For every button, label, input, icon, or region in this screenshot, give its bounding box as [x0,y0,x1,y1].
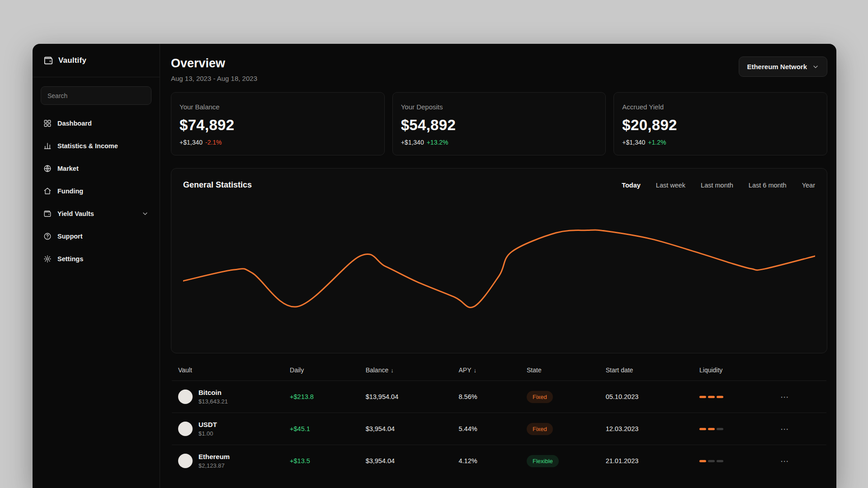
stat-change-abs: +$1,340 [401,139,424,146]
chart-tab-last-month[interactable]: Last month [701,182,733,189]
row-menu-icon[interactable]: ⋯ [780,392,820,402]
chart-tab-today[interactable]: Today [622,182,641,189]
globe-icon [43,164,52,173]
coin-avatar [178,454,193,468]
chart-line [183,230,815,307]
balance-value: $3,954.04 [366,457,459,465]
network-selector-label: Ethereum Network [747,63,807,70]
general-statistics-card: General Statistics Today Last week Last … [171,168,827,353]
chart-tab-last-week[interactable]: Last week [656,182,685,189]
chart-title: General Statistics [183,180,252,190]
status-badge: Fixed [527,423,553,435]
sidebar-item-label: Funding [57,188,83,195]
column-header-balance[interactable]: Balance↓ [366,366,459,374]
stat-card-balance: Your Balance $74,892 +$1,340 -2.1% [171,92,385,155]
stat-label: Accrued Yield [622,103,819,111]
table-row[interactable]: Ethereum $2,123.87 +$13.5 $3,954.04 4.12… [172,445,826,477]
wallet-logo-icon [43,56,53,66]
vault-name: Ethereum [198,453,230,460]
table-row[interactable]: USDT $1.00 +$45.1 $3,954.04 5.44% Fixed … [172,413,826,445]
vault-price: $2,123.87 [198,462,230,469]
app-title: Vaultify [58,56,86,65]
stat-cards: Your Balance $74,892 +$1,340 -2.1% Your … [171,92,827,155]
sidebar-item-label: Settings [57,255,83,263]
stat-label: Your Deposits [401,103,598,111]
column-header-apy[interactable]: APY↓ [459,366,527,374]
stat-value: $74,892 [179,117,376,134]
sidebar-item-support[interactable]: Support [41,225,151,248]
vault-price: $13,643.21 [198,398,228,405]
search-input[interactable] [41,86,151,105]
chart-range-tabs: Today Last week Last month Last 6 month … [622,182,815,189]
table-header: Vault Daily Balance↓ APY↓ State Start da… [172,360,826,380]
stat-value: $54,892 [401,117,598,134]
line-chart [183,200,815,333]
sidebar-item-label: Statistics & Income [57,142,118,150]
coin-avatar [178,422,193,436]
stat-card-deposits: Your Deposits $54,892 +$1,340 +13.2% [392,92,606,155]
sidebar-item-settings[interactable]: Settings [41,248,151,270]
daily-change: +$45.1 [290,425,366,432]
sidebar-item-dashboard[interactable]: Dashboard [41,112,151,135]
stat-change-pct: -2.1% [205,139,222,146]
sidebar-item-funding[interactable]: Funding [41,180,151,202]
row-menu-icon[interactable]: ⋯ [780,456,820,466]
start-date: 21.01.2023 [606,457,699,465]
sidebar-item-label: Market [57,165,79,172]
liquidity-indicator [699,428,780,430]
column-header-liquidity: Liquidity [699,366,780,374]
chevron-down-icon [142,210,149,217]
vault-name: USDT [198,421,217,428]
sidebar-item-market[interactable]: Market [41,157,151,180]
sidebar-item-label: Yield Vaults [57,210,94,217]
row-menu-icon[interactable]: ⋯ [780,424,820,434]
date-range: Aug 13, 2023 - Aug 18, 2023 [171,75,257,82]
chevron-down-icon [812,63,819,70]
home-icon [43,187,52,195]
sidebar: Vaultify Dashboard Statistics & Income [33,44,160,488]
coin-avatar [178,389,193,404]
vault-name: Bitcoin [198,389,228,396]
column-header-vault: Vault [178,366,290,374]
column-header-state: State [527,366,606,374]
sidebar-item-statistics[interactable]: Statistics & Income [41,135,151,157]
sidebar-nav: Dashboard Statistics & Income Market [41,112,151,270]
stat-change-pct: +1.2% [648,139,666,146]
network-selector[interactable]: Ethereum Network [739,56,827,77]
liquidity-indicator [699,396,780,398]
stat-change-abs: +$1,340 [179,139,203,146]
stat-value: $20,892 [622,117,819,134]
stat-card-yield: Accrued Yield $20,892 +$1,340 +1.2% [613,92,827,155]
column-header-start-date: Start date [606,366,699,374]
apy-value: 5.44% [459,425,527,432]
stat-change-pct: +13.2% [427,139,448,146]
wallet-icon [43,210,52,218]
balance-value: $13,954.04 [366,393,459,400]
daily-change: +$13.5 [290,457,366,465]
sidebar-item-label: Support [57,233,83,240]
vaults-table: Vault Daily Balance↓ APY↓ State Start da… [171,360,827,477]
start-date: 12.03.2023 [606,425,699,432]
status-badge: Fixed [527,391,553,403]
logo: Vaultify [33,44,160,77]
start-date: 05.10.2023 [606,393,699,400]
stat-change-abs: +$1,340 [622,139,645,146]
apy-value: 8.56% [459,393,527,400]
daily-change: +$213.8 [290,393,366,400]
sort-desc-icon: ↓ [391,367,394,374]
sidebar-item-label: Dashboard [57,120,92,127]
main-content: Overview Aug 13, 2023 - Aug 18, 2023 Eth… [160,44,836,488]
vault-price: $1.00 [198,430,217,437]
dashboard-icon [43,119,52,127]
support-icon [43,232,52,240]
table-row[interactable]: Bitcoin $13,643.21 +$213.8 $13,954.04 8.… [172,380,826,413]
chart-tab-last-6-month[interactable]: Last 6 month [749,182,787,189]
page-title: Overview [171,56,257,70]
stats-icon [43,142,52,150]
sort-desc-icon: ↓ [474,367,477,374]
stat-label: Your Balance [179,103,376,111]
sidebar-item-yield-vaults[interactable]: Yield Vaults [41,202,151,225]
app-window: Vaultify Dashboard Statistics & Income [33,44,836,488]
chart-tab-year[interactable]: Year [802,182,815,189]
status-badge: Flexible [527,455,559,467]
